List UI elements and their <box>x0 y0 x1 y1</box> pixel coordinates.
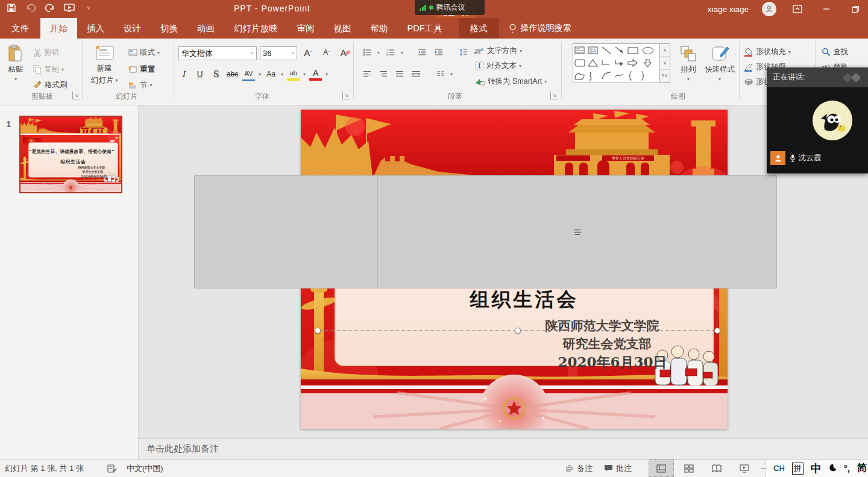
slide-thumbnail-canvas: 世界人民大团结万岁 <box>20 117 121 192</box>
participant-badge-icon <box>770 151 785 165</box>
tab-review[interactable]: 审阅 <box>288 18 324 39</box>
language-indicator[interactable]: 中文(中国) <box>127 460 163 477</box>
distribute-button[interactable] <box>409 67 422 81</box>
meeting-video-tile[interactable]: 沈云霞 <box>767 87 868 173</box>
status-bar: 幻灯片 第 1 张, 共 1 张 中文(中国) 备注 批注 — CH 拼 中 °… <box>0 459 868 477</box>
numbering-button[interactable]: 123 <box>384 46 397 59</box>
ime-pinyin-badge[interactable]: 拼 <box>792 463 804 475</box>
new-slide-button[interactable]: 新建 幻灯片▾ <box>88 42 121 88</box>
reading-view-button[interactable] <box>704 460 729 477</box>
redo-icon[interactable] <box>45 2 55 14</box>
columns-button[interactable] <box>434 67 447 81</box>
bullets-button[interactable] <box>360 46 373 59</box>
notes-placeholder[interactable]: 单击此处添加备注 <box>146 443 219 455</box>
grow-font-button[interactable]: Aˆ <box>301 46 314 59</box>
minimize-button[interactable] <box>819 1 834 17</box>
line-spacing-button[interactable] <box>457 46 470 59</box>
tab-transitions[interactable]: 切换 <box>151 18 187 39</box>
font-name-combo[interactable]: 华文楷体˅ <box>178 46 257 60</box>
selection-handle-s[interactable] <box>515 328 521 334</box>
ime-charset-toggle[interactable]: 简 <box>857 462 867 475</box>
tab-format[interactable]: 格式 <box>459 18 499 39</box>
format-painter-button[interactable]: 格式刷 <box>33 78 68 92</box>
normal-view-button[interactable] <box>649 460 674 477</box>
ime-punctuation-toggle[interactable]: °, <box>844 463 850 473</box>
ime-fullwidth-icon[interactable] <box>829 463 837 474</box>
clipboard-dialog-launcher[interactable]: ↘ <box>72 92 80 99</box>
format-painter-icon <box>33 81 42 89</box>
section-button[interactable]: 节▾ <box>128 78 153 92</box>
shapes-gallery[interactable]: A <box>573 43 660 83</box>
quick-access-toolbar: ▿ <box>6 2 94 14</box>
text-direction-button[interactable]: A 文字方向▾ <box>475 44 522 57</box>
shape-fill-button[interactable]: 形状填充▾ <box>744 45 791 58</box>
lightbulb-icon <box>509 23 517 34</box>
shrink-font-button[interactable]: Aˇ <box>320 46 333 59</box>
slide-subtitle-2: 研究生会党支部 <box>509 335 705 353</box>
find-button[interactable]: 查找 <box>822 45 848 58</box>
slides-group-label: 幻灯片 <box>102 92 151 102</box>
layout-button[interactable]: 版式▾ <box>128 46 160 59</box>
align-left-button[interactable] <box>360 67 373 81</box>
save-icon[interactable] <box>6 2 17 14</box>
spellcheck-icon[interactable] <box>107 460 117 477</box>
tab-view[interactable]: 视图 <box>324 18 361 39</box>
align-text-button[interactable]: 对齐文本▾ <box>475 59 521 72</box>
slide-thumbnail-1[interactable]: 世界人民大团结万岁 <box>19 116 122 193</box>
account-avatar[interactable] <box>762 2 776 16</box>
convert-smartart-button[interactable]: 转换为 SmartArt▾ <box>475 75 547 88</box>
justify-button[interactable] <box>393 67 406 81</box>
tencent-meeting-panel[interactable]: 正在讲话: 沈云霞 <box>767 67 868 173</box>
decrease-indent-button[interactable] <box>415 46 428 59</box>
account-user-name[interactable]: xiage xiage <box>708 5 749 14</box>
font-size-combo[interactable]: 36˅ <box>260 46 297 60</box>
tell-me-search[interactable]: 操作说明搜索 <box>500 18 580 39</box>
reset-button[interactable]: 重置 <box>128 63 155 76</box>
selection-handle-sw[interactable] <box>315 328 321 334</box>
selection-handle-se[interactable] <box>714 328 720 334</box>
notes-toggle[interactable]: 备注 <box>565 460 593 477</box>
tencent-meeting-pill[interactable]: 腾讯会议 <box>415 0 485 15</box>
participant-name: 沈云霞 <box>799 153 822 163</box>
customize-qat-icon[interactable]: ▿ <box>83 2 94 14</box>
tab-animations[interactable]: 动画 <box>187 18 224 39</box>
section-icon <box>128 81 137 89</box>
meeting-panel-header[interactable]: 正在讲话: <box>767 67 868 87</box>
drawing-group-label: 绘图 <box>654 92 702 102</box>
shapes-gallery-scroll[interactable]: ∧∨≡∨ <box>660 43 670 83</box>
restore-button[interactable] <box>848 1 863 17</box>
tab-help[interactable]: 帮助 <box>361 18 398 39</box>
highlight-color-button[interactable]: ab <box>287 67 300 81</box>
paragraph-dialog-launcher[interactable]: ↘ <box>550 92 558 99</box>
character-spacing-button[interactable]: AV <box>242 67 255 81</box>
tab-file[interactable]: 文件 <box>0 18 40 39</box>
tab-insert[interactable]: 插入 <box>77 18 114 39</box>
window-title: PPT - PowerPoint <box>234 4 310 13</box>
change-case-button[interactable]: Aa <box>265 67 277 81</box>
ime-language[interactable]: CH <box>773 464 785 473</box>
slideshow-view-button[interactable] <box>732 460 757 477</box>
font-color-button[interactable]: A <box>309 67 322 81</box>
comments-toggle[interactable]: 批注 <box>604 460 632 477</box>
quick-styles-button[interactable]: 快速样式▾ <box>702 42 738 84</box>
align-right-button[interactable] <box>377 67 389 81</box>
increase-indent-button[interactable] <box>432 46 445 59</box>
tab-design[interactable]: 设计 <box>114 18 151 39</box>
slide-sorter-view-button[interactable] <box>676 460 702 477</box>
font-dialog-launcher[interactable]: ↘ <box>342 92 350 99</box>
paste-button[interactable]: 粘贴▾ <box>5 42 27 84</box>
ime-mode-toggle[interactable]: 中 <box>811 461 822 476</box>
shadow-button[interactable]: S <box>210 67 222 81</box>
tab-pdf-tools[interactable]: PDF工具 <box>398 18 452 39</box>
tab-home[interactable]: 开始 <box>40 18 77 39</box>
notes-pane[interactable]: 单击此处添加备注 <box>139 438 868 459</box>
tab-slideshow[interactable]: 幻灯片放映 <box>224 18 288 39</box>
underline-button[interactable]: U <box>193 67 206 81</box>
italic-button[interactable]: I <box>177 67 190 81</box>
strikethrough-button[interactable]: abc <box>226 67 239 81</box>
clear-formatting-button[interactable]: A <box>339 46 351 59</box>
align-center-button[interactable] <box>377 175 777 288</box>
arrange-button[interactable]: 排列▾ <box>676 42 700 84</box>
ribbon-display-options-icon[interactable] <box>790 1 805 17</box>
start-slideshow-icon[interactable] <box>64 2 75 14</box>
